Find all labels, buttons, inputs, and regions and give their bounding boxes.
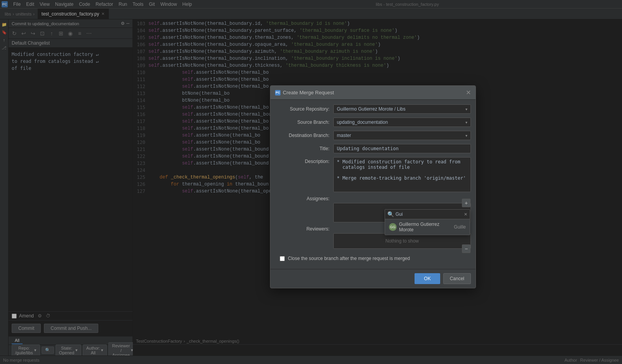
modal-header: PC Create Merge Request ✕ xyxy=(270,86,476,100)
destination-branch-value: master xyxy=(337,133,351,138)
close-branch-row: Close the source branch after the merge … xyxy=(275,253,471,264)
modal-body: Source Repository: Guillermo Gutierrez M… xyxy=(270,100,476,269)
destination-branch-row: Destination Branch: master ▾ xyxy=(275,131,471,140)
title-row: Title: Updating documentation xyxy=(275,144,471,153)
assignees-section: Assignees: Nothing to show + 🔍 ✕ GG G xyxy=(275,196,471,222)
modal-app-icon: PC xyxy=(275,90,281,95)
user-avatar: GG xyxy=(389,223,397,231)
dropdown-search-area: 🔍 ✕ xyxy=(385,210,470,219)
title-label: Title: xyxy=(275,146,333,151)
title-input[interactable]: Updating documentation xyxy=(333,144,471,153)
source-branch-label: Source Branch: xyxy=(275,120,333,125)
modal-footer: OK Cancel xyxy=(270,269,476,288)
reviewers-nothing: Nothing to show xyxy=(385,238,419,244)
source-branch-value: updating_documentation xyxy=(337,120,388,125)
source-branch-arrow-icon: ▾ xyxy=(465,120,467,125)
destination-branch-label: Destination Branch: xyxy=(275,133,333,138)
source-branch-dropdown[interactable]: updating_documentation ▾ xyxy=(333,118,471,127)
reviewers-label: Reviewers: xyxy=(275,226,333,232)
source-repo-row: Source Repository: Guillermo Gutierrez M… xyxy=(275,104,471,114)
user-name: Guillermo Gutierrez Morote xyxy=(399,222,451,232)
modal-title-row: PC Create Merge Request xyxy=(275,90,334,95)
source-repo-dropdown[interactable]: Guillermo Gutierrez Morote / Libs ▾ xyxy=(333,104,471,114)
assignees-label: Assignees: xyxy=(275,196,333,201)
description-row: Description: * Modified construction fac… xyxy=(275,157,471,192)
dropdown-clear-icon[interactable]: ✕ xyxy=(464,212,467,217)
reviewers-area: Nothing to show − xyxy=(333,233,471,249)
description-textarea[interactable]: * Modified construction factory to read … xyxy=(333,157,471,192)
dropdown-search-icon: 🔍 xyxy=(387,211,394,217)
description-label: Description: xyxy=(275,157,333,164)
dropdown-item-guillermo[interactable]: GG Guillermo Gutierrez Morote Guille xyxy=(385,219,470,235)
dropdown-search-input[interactable] xyxy=(396,211,462,217)
modal-close-button[interactable]: ✕ xyxy=(466,89,471,96)
assignees-header: Assignees: xyxy=(275,196,471,201)
ok-button[interactable]: OK xyxy=(415,273,440,284)
add-assignee-button[interactable]: + 🔍 ✕ GG Guillermo Gutierrez Morote Guil… xyxy=(462,199,470,207)
remove-reviewer-button[interactable]: − xyxy=(462,244,470,253)
assignee-dropdown-popup: 🔍 ✕ GG Guillermo Gutierrez Morote Guille xyxy=(385,209,470,235)
modal-title-text: Create Merge Request xyxy=(283,90,334,95)
destination-branch-dropdown[interactable]: master ▾ xyxy=(333,131,471,140)
destination-branch-arrow-icon: ▾ xyxy=(465,133,467,138)
source-repo-value: Guillermo Gutierrez Morote / Libs xyxy=(337,106,406,112)
source-repo-label: Source Repository: xyxy=(275,106,333,112)
create-merge-request-modal: PC Create Merge Request ✕ Source Reposit… xyxy=(270,85,476,288)
close-branch-label: Close the source branch after the merge … xyxy=(288,256,410,261)
source-branch-row: Source Branch: updating_documentation ▾ xyxy=(275,118,471,127)
source-repo-arrow-icon: ▾ xyxy=(465,107,467,111)
cancel-button[interactable]: Cancel xyxy=(443,273,471,284)
user-username: Guille xyxy=(454,224,466,230)
close-branch-checkbox[interactable] xyxy=(280,256,285,261)
assignees-area: Nothing to show + 🔍 ✕ GG Guillermo Gutie… xyxy=(333,203,471,222)
